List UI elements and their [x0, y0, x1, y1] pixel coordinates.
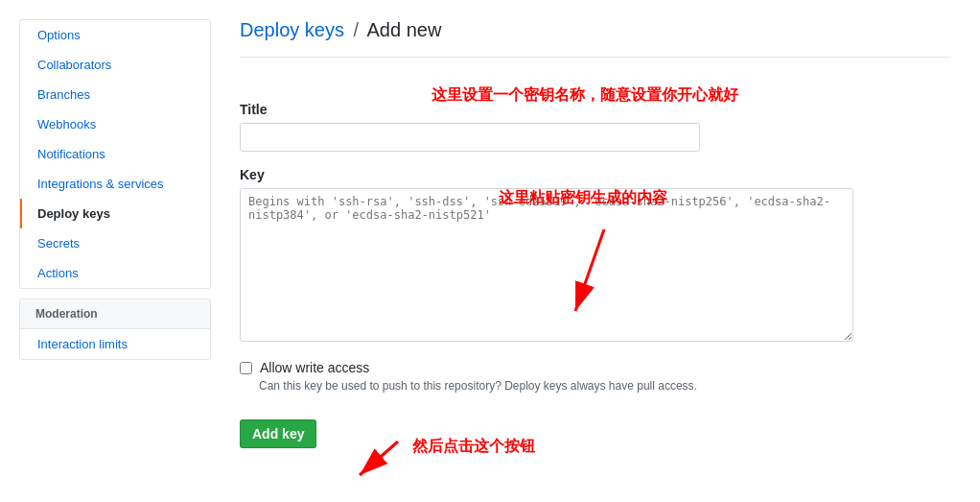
key-label: Key: [240, 167, 951, 182]
key-group: Key 这里粘贴密钥生成的内容: [240, 167, 951, 345]
allow-write-row: Allow write access: [240, 360, 951, 375]
sidebar: OptionsCollaboratorsBranchesWebhooksNoti…: [0, 19, 211, 502]
allow-write-group: Allow write access Can this key be used …: [240, 360, 951, 393]
sidebar-item-interaction-limits[interactable]: Interaction limits: [20, 329, 210, 359]
sidebar-item-actions[interactable]: Actions: [20, 258, 210, 288]
allow-write-label[interactable]: Allow write access: [260, 360, 369, 375]
title-label: Title: [240, 102, 951, 117]
sidebar-item-notifications[interactable]: Notifications: [20, 139, 210, 169]
moderation-section: Moderation Interaction limits: [19, 299, 211, 360]
allow-write-checkbox[interactable]: [240, 362, 252, 374]
button-annotation-container: 然后点击这个按钮: [355, 437, 535, 485]
breadcrumb-link[interactable]: Deploy keys: [240, 19, 344, 40]
add-key-button[interactable]: Add key: [240, 419, 316, 448]
allow-write-help: Can this key be used to push to this rep…: [259, 379, 951, 393]
button-annotation: 然后点击这个按钮: [412, 437, 535, 457]
sidebar-nav: OptionsCollaboratorsBranchesWebhooksNoti…: [19, 19, 211, 289]
page-header: Deploy keys / Add new: [240, 19, 951, 58]
breadcrumb-separator: /: [354, 19, 360, 40]
sidebar-item-integrations[interactable]: Integrations & services: [20, 169, 210, 199]
svg-line-3: [360, 442, 398, 475]
sidebar-item-webhooks[interactable]: Webhooks: [20, 109, 210, 139]
moderation-header: Moderation: [20, 299, 210, 329]
sidebar-item-branches[interactable]: Branches: [20, 80, 210, 109]
sidebar-item-deploy-keys[interactable]: Deploy keys: [20, 199, 210, 228]
submit-area: Add key 然后点击这个按钮: [240, 408, 316, 448]
sidebar-item-options[interactable]: Options: [20, 20, 210, 50]
main-content: Deploy keys / Add new 这里设置一个密钥名称，随意设置你开心…: [211, 19, 980, 502]
button-arrow: [355, 437, 412, 485]
key-textarea[interactable]: [240, 188, 853, 342]
title-input[interactable]: [240, 123, 700, 152]
page-title: Deploy keys / Add new: [240, 19, 951, 41]
form-wrapper: 这里设置一个密钥名称，随意设置你开心就好 Title Key 这里粘贴密钥生成的…: [240, 77, 951, 448]
page-subtitle: Add new: [367, 19, 442, 40]
title-group: Title: [240, 102, 951, 152]
sidebar-item-collaborators[interactable]: Collaborators: [20, 50, 210, 80]
sidebar-item-secrets[interactable]: Secrets: [20, 228, 210, 258]
